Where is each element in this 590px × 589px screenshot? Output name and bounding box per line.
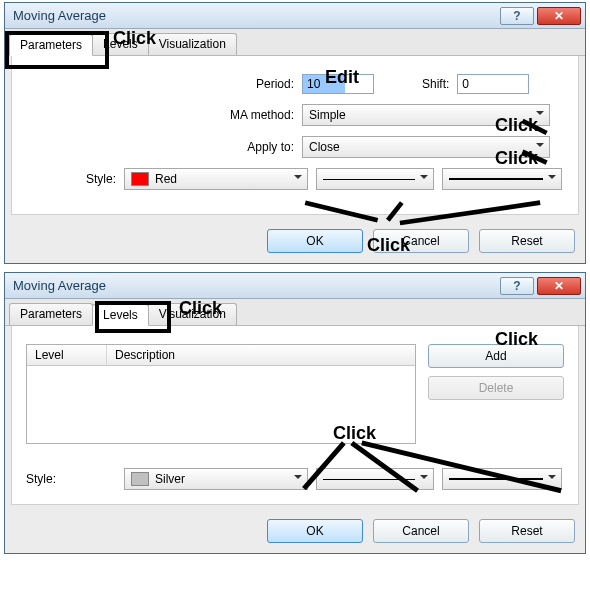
tab-levels[interactable]: Levels xyxy=(92,304,149,326)
levels-side-buttons: Add Delete xyxy=(428,344,564,444)
tab-parameters[interactable]: Parameters xyxy=(9,303,93,325)
mamethod-select[interactable]: Simple xyxy=(302,104,550,126)
tabbar: Parameters Levels Visualization xyxy=(5,299,585,326)
color-select[interactable]: Red xyxy=(124,168,308,190)
col-description-header[interactable]: Description xyxy=(107,345,415,365)
close-button[interactable]: ✕ xyxy=(537,277,581,295)
window-title: Moving Average xyxy=(13,8,497,23)
applyto-select[interactable]: Close xyxy=(302,136,550,158)
panel-levels: Level Description Add Delete Style: Silv… xyxy=(11,326,579,505)
ok-button[interactable]: OK xyxy=(267,519,363,543)
tab-levels[interactable]: Levels xyxy=(92,33,149,55)
row-mamethod: MA method: Simple xyxy=(26,104,564,126)
line-dash-icon xyxy=(323,479,415,480)
row-applyto: Apply to: Close xyxy=(26,136,564,158)
row-period-shift: Period: Shift: xyxy=(26,74,564,94)
window-title: Moving Average xyxy=(13,278,497,293)
help-button[interactable]: ? xyxy=(500,277,534,295)
row-style: Style: Red xyxy=(26,168,564,190)
mamethod-value: Simple xyxy=(309,108,346,122)
row-style: Style: Silver xyxy=(26,468,564,490)
line-width-select[interactable] xyxy=(442,168,562,190)
applyto-value: Close xyxy=(309,140,340,154)
shift-input[interactable] xyxy=(457,74,529,94)
cancel-button[interactable]: Cancel xyxy=(373,229,469,253)
tab-parameters[interactable]: Parameters xyxy=(9,34,93,56)
help-icon: ? xyxy=(513,9,520,23)
line-dash-icon xyxy=(323,179,415,180)
levels-table-header: Level Description xyxy=(27,345,415,366)
tab-visualization[interactable]: Visualization xyxy=(148,303,237,325)
line-width-icon xyxy=(449,478,543,480)
add-button[interactable]: Add xyxy=(428,344,564,368)
reset-button[interactable]: Reset xyxy=(479,519,575,543)
period-input[interactable] xyxy=(302,74,374,94)
help-button[interactable]: ? xyxy=(500,7,534,25)
reset-button[interactable]: Reset xyxy=(479,229,575,253)
help-icon: ? xyxy=(513,279,520,293)
line-width-select[interactable] xyxy=(442,468,562,490)
label-period: Period: xyxy=(26,77,294,91)
label-mamethod: MA method: xyxy=(26,108,294,122)
dialog-moving-average-parameters: Click Edit Click Click Click Moving Aver… xyxy=(4,2,586,264)
tab-visualization[interactable]: Visualization xyxy=(148,33,237,55)
button-row: OK Cancel Reset xyxy=(5,511,585,553)
close-button[interactable]: ✕ xyxy=(537,7,581,25)
label-style: Style: xyxy=(26,472,116,486)
label-shift: Shift: xyxy=(422,77,449,91)
color-name: Silver xyxy=(155,472,185,486)
close-icon: ✕ xyxy=(554,279,564,293)
panel-parameters: Period: Shift: MA method: Simple Apply t… xyxy=(11,56,579,215)
tabbar: Parameters Levels Visualization xyxy=(5,29,585,56)
color-select[interactable]: Silver xyxy=(124,468,308,490)
line-width-icon xyxy=(449,178,543,180)
dialog-moving-average-levels: Click Click Click Moving Average ? ✕ Par… xyxy=(4,272,586,554)
button-row: OK Cancel Reset xyxy=(5,221,585,263)
line-style-select[interactable] xyxy=(316,468,434,490)
titlebar: Moving Average ? ✕ xyxy=(5,273,585,299)
col-level-header[interactable]: Level xyxy=(27,345,107,365)
line-style-select[interactable] xyxy=(316,168,434,190)
levels-table[interactable]: Level Description xyxy=(26,344,416,444)
label-style: Style: xyxy=(26,172,116,186)
delete-button: Delete xyxy=(428,376,564,400)
titlebar: Moving Average ? ✕ xyxy=(5,3,585,29)
ok-button[interactable]: OK xyxy=(267,229,363,253)
close-icon: ✕ xyxy=(554,9,564,23)
cancel-button[interactable]: Cancel xyxy=(373,519,469,543)
color-swatch-icon xyxy=(131,472,149,486)
levels-wrap: Level Description Add Delete xyxy=(26,344,564,444)
label-applyto: Apply to: xyxy=(26,140,294,154)
color-swatch-icon xyxy=(131,172,149,186)
color-name: Red xyxy=(155,172,177,186)
